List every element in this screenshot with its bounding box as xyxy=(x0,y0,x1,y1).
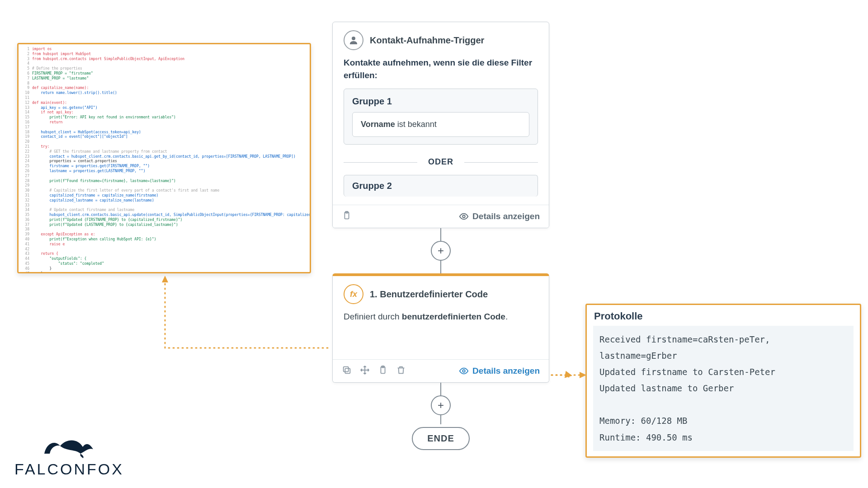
code-line: 21 try: xyxy=(22,145,306,150)
connector-line xyxy=(440,261,441,273)
trigger-title: Kontakt-Aufnahme-Trigger xyxy=(370,35,484,46)
code-line: 18 hubspot_client = HubSpot(access_token… xyxy=(22,130,306,135)
code-line: 5# Define the properties xyxy=(22,66,306,71)
code-line: 11 xyxy=(22,96,306,101)
code-line: 12def main(event): xyxy=(22,101,306,106)
copy-icon[interactable] xyxy=(342,365,352,377)
group-2-title: Gruppe 2 xyxy=(352,181,529,191)
svg-marker-9 xyxy=(162,276,168,282)
trigger-desc: Kontakte aufnehmen, wenn sie die diese F… xyxy=(344,56,538,81)
filter-rule[interactable]: Vorname ist bekannt xyxy=(352,112,529,137)
code-line: 4 xyxy=(22,61,306,66)
code-line: 29 xyxy=(22,183,306,188)
code-desc-prefix: Definiert durch xyxy=(344,312,402,321)
connector-line xyxy=(440,383,441,395)
workflow-column: Kontakt-Aufnahme-Trigger Kontakte aufneh… xyxy=(332,22,549,450)
filter-group-2[interactable]: Gruppe 2 xyxy=(344,175,538,197)
code-line: 39 except ApiException as e: xyxy=(22,232,306,237)
logo-mark-icon xyxy=(35,433,103,460)
code-line: 1import os xyxy=(22,47,306,52)
add-step-button[interactable]: + xyxy=(431,395,451,415)
code-line: 28 print(f"Found firstname={firstname}, … xyxy=(22,179,306,184)
svg-point-0 xyxy=(352,37,355,40)
log-panel: Protokolle Received firstname=caRsten-pe… xyxy=(585,304,861,458)
code-line: 23 contact = hubspot_client.crm.contacts… xyxy=(22,155,306,160)
code-line: 9def capitalize_name(name): xyxy=(22,86,306,91)
code-line: 22 # GET the firstname and lastname prop… xyxy=(22,150,306,155)
or-divider: ODER xyxy=(344,149,538,175)
custom-code-card[interactable]: fx 1. Benutzerdefinierter Code Definiert… xyxy=(332,273,549,383)
clipboard-icon[interactable] xyxy=(378,365,388,377)
code-line: 47 } xyxy=(22,272,306,273)
code-footer-icons xyxy=(342,365,406,377)
logo-text: FALCONFOX xyxy=(14,460,124,478)
svg-point-3 xyxy=(462,215,465,218)
code-editor-panel: 1import os2from hubspot import HubSpot3f… xyxy=(17,43,311,273)
code-line: 37 print(f"Updated {LASTNAME_PROP} to {c… xyxy=(22,223,306,228)
code-line: 3from hubspot.crm.contacts import Simple… xyxy=(22,57,306,62)
code-line: 2from hubspot import HubSpot xyxy=(22,52,306,57)
end-node: ENDE xyxy=(412,427,470,450)
code-line: 7LASTNAME_PROP = "lastname" xyxy=(22,76,306,81)
clipboard-icon[interactable] xyxy=(342,211,352,222)
connector-line xyxy=(440,415,441,424)
code-line: 24 properties = contact.properties xyxy=(22,159,306,164)
code-line: 46 } xyxy=(22,267,306,272)
code-title: 1. Benutzerdefinierter Code xyxy=(370,289,488,300)
code-line: 26 lastname = properties.get(LASTNAME_PR… xyxy=(22,169,306,174)
details-link[interactable]: Details anzeigen xyxy=(459,366,540,376)
code-line: 6FIRSTNAME_PROP = "firstname" xyxy=(22,71,306,76)
falconfox-logo: FALCONFOX xyxy=(14,433,124,478)
code-line: 19 contact_id = event["object"]["objectI… xyxy=(22,135,306,140)
svg-marker-10 xyxy=(565,371,573,380)
trigger-card[interactable]: Kontakt-Aufnahme-Trigger Kontakte aufneh… xyxy=(332,22,549,228)
trigger-card-body: Kontakte aufnehmen, wenn sie die diese F… xyxy=(333,56,549,205)
code-line: 27 xyxy=(22,174,306,179)
code-line: 13 api_key = os.getenv("API") xyxy=(22,106,306,111)
code-line: 42 xyxy=(22,247,306,252)
code-line: 41 raise e xyxy=(22,242,306,247)
code-line: 40 print(f"Exception when calling HubSpo… xyxy=(22,237,306,242)
code-card-body: Definiert durch benutzerdefinierten Code… xyxy=(333,310,549,359)
filter-group-1[interactable]: Gruppe 1 Vorname ist bekannt xyxy=(344,89,538,145)
trash-icon[interactable] xyxy=(396,365,406,377)
filter-condition: ist bekannt xyxy=(397,120,437,129)
code-line: 8 xyxy=(22,81,306,86)
contact-icon xyxy=(344,30,363,50)
code-line: 25 firstname = properties.get(FIRSTNAME_… xyxy=(22,164,306,169)
code-line: 15 print("Error: API key not found in en… xyxy=(22,115,306,120)
eye-icon xyxy=(459,366,469,376)
code-desc: Definiert durch benutzerdefinierten Code… xyxy=(344,310,538,323)
code-line: 14 if not api_key: xyxy=(22,110,306,115)
code-line: 20 xyxy=(22,140,306,145)
code-line: 10 return name.lower().strip().title() xyxy=(22,91,306,96)
trigger-card-footer: Details anzeigen xyxy=(333,205,549,228)
trigger-card-header: Kontakt-Aufnahme-Trigger xyxy=(333,22,549,56)
code-line: 44 "outputFields": { xyxy=(22,257,306,262)
details-link[interactable]: Details anzeigen xyxy=(459,211,540,221)
eye-icon xyxy=(459,211,469,221)
svg-rect-5 xyxy=(344,366,349,371)
group-1-title: Gruppe 1 xyxy=(352,96,529,107)
details-label: Details anzeigen xyxy=(472,366,540,376)
function-icon: fx xyxy=(344,284,363,304)
code-line: 34 # Update contact firstname and lastna… xyxy=(22,208,306,213)
code-line: 30 # Capitalize the first letter of ever… xyxy=(22,188,306,193)
code-card-header: fx 1. Benutzerdefinierter Code xyxy=(333,276,549,310)
code-line: 31 capitalized_firstname = capitalize_na… xyxy=(22,193,306,198)
move-icon[interactable] xyxy=(360,365,370,377)
connector-line xyxy=(440,228,441,241)
filter-property: Vorname xyxy=(361,120,395,129)
code-line: 35 hubspot_client.crm.contacts.basic_api… xyxy=(22,213,306,218)
details-label: Details anzeigen xyxy=(472,211,540,221)
code-line: 36 print(f"Updated {FIRSTNAME_PROP} to {… xyxy=(22,218,306,223)
code-line: 16 return xyxy=(22,120,306,125)
code-line: 33 xyxy=(22,203,306,208)
code-line: 17 xyxy=(22,125,306,130)
code-line: 45 "status": "completed" xyxy=(22,262,306,267)
code-line: 43 return { xyxy=(22,252,306,257)
code-desc-bold: benutzerdefinierten Code xyxy=(402,312,505,321)
code-card-footer: Details anzeigen xyxy=(333,359,549,382)
add-step-button[interactable]: + xyxy=(431,241,451,261)
svg-point-8 xyxy=(462,370,465,372)
